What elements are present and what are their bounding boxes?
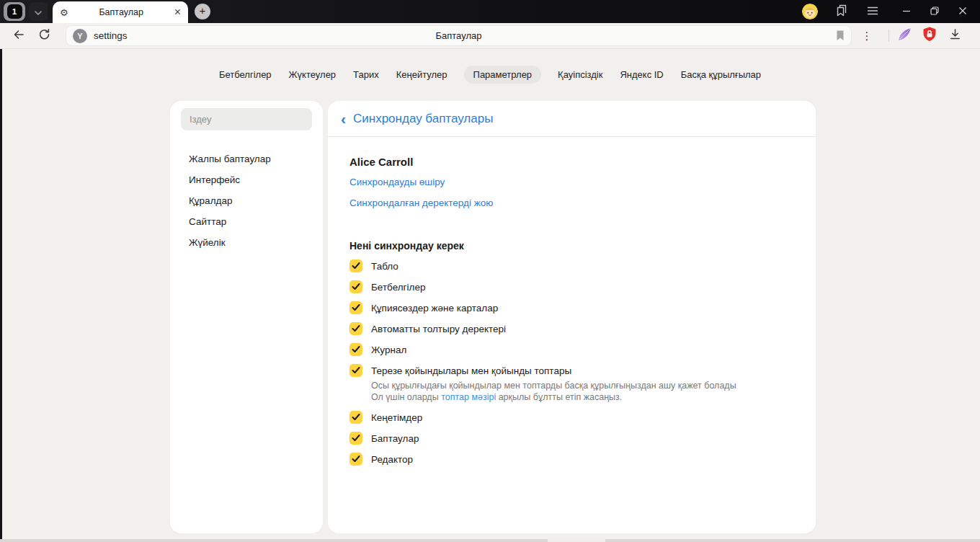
tab-list-chevron-button[interactable]: [29, 2, 48, 21]
checkbox-row-history: Журнал: [349, 343, 794, 356]
feather-icon: [896, 27, 912, 45]
tab-strip: 1 ⚙ Баптаулар × +: [0, 0, 980, 23]
checkbox-row-tableau: Табло: [349, 259, 794, 272]
checkbox-label[interactable]: Автоматты толтыру деректері: [371, 324, 506, 334]
checkmark-icon: [352, 411, 360, 424]
checkmark-icon: [352, 280, 360, 293]
checkbox-editor[interactable]: [349, 453, 362, 466]
nav-tab-other-devices[interactable]: Басқа құрылғылар: [680, 66, 762, 84]
checkbox-history[interactable]: [349, 343, 362, 356]
checkbox-settings[interactable]: [349, 432, 362, 445]
bookmark-icon: [836, 30, 845, 41]
checkbox-tableau[interactable]: [349, 259, 362, 272]
hamburger-icon: [867, 5, 878, 18]
checkbox-row-passwords: Құпиясөздер және карталар: [349, 301, 794, 314]
checkbox-label[interactable]: Журнал: [371, 345, 406, 355]
sync-settings-panel: ‹ Синхрондау баптаулары Alice Carroll Си…: [328, 101, 816, 533]
browser-tab-settings[interactable]: ⚙ Баптаулар ×: [53, 1, 188, 23]
delete-synced-data-link[interactable]: Синхрондалған деректерді жою: [349, 197, 794, 210]
checkbox-label[interactable]: Бетбелгілер: [371, 282, 425, 293]
menu-button[interactable]: [864, 3, 881, 20]
sidebar-item-sites[interactable]: Сайттар: [189, 211, 312, 232]
description-line2-prefix: Ол үшін оларды: [371, 392, 441, 402]
close-button[interactable]: [952, 1, 974, 22]
shield-lock-icon: [922, 27, 937, 45]
gear-icon: ⚙: [60, 7, 68, 18]
sync-settings-header-back[interactable]: ‹ Синхрондау баптаулары: [328, 101, 816, 137]
nav-tab-bookmarks[interactable]: Бетбелгілер: [218, 66, 272, 84]
restore-button[interactable]: [924, 1, 945, 22]
nav-tab-extensions[interactable]: Кеңейтулер: [396, 66, 448, 84]
horizontal-scrollbar-thumb[interactable]: [548, 539, 605, 542]
description-line1: Осы құрылғыдағы қойындылар мен топтарды …: [371, 381, 736, 391]
kebab-icon: ⋮: [860, 30, 874, 43]
checkbox-row-settings: Баптаулар: [349, 432, 794, 445]
sidebar-item-system[interactable]: Жүйелік: [189, 232, 312, 253]
bookmarks-icon: [834, 4, 848, 19]
checkbox-row-editor: Редактор: [349, 453, 794, 466]
tab-counter-button[interactable]: 1: [4, 2, 25, 21]
disable-sync-link[interactable]: Синхрондауды өшіру: [349, 176, 794, 189]
checkbox-bookmarks[interactable]: [349, 280, 362, 293]
tab-groups-description: Осы құрылғыдағы қойындылар мен топтарды …: [371, 380, 794, 403]
checkbox-row-extensions: Кеңетімдер: [349, 411, 794, 424]
checkmark-icon: [352, 364, 360, 377]
sidebar-item-general[interactable]: Жалпы баптаулар: [189, 148, 312, 169]
checkbox-label[interactable]: Табло: [371, 261, 398, 272]
checkbox-extensions[interactable]: [349, 411, 362, 424]
protect-extension-button[interactable]: [920, 27, 939, 45]
groups-menu-link[interactable]: топтар мәзірі: [441, 392, 496, 402]
sync-settings-title: Синхрондау баптаулары: [353, 112, 493, 126]
site-badge-icon[interactable]: Y: [73, 29, 87, 43]
checkbox-autofill[interactable]: [349, 322, 362, 335]
checkbox-label[interactable]: Құпиясөздер және карталар: [371, 303, 498, 314]
horizontal-scrollbar-track[interactable]: [0, 539, 980, 542]
tab-counter-badge: 1: [7, 4, 22, 19]
description-line2-suffix: арқылы бұлтты етіп жасаңыз.: [496, 392, 622, 402]
checkmark-icon: [352, 259, 360, 272]
yandex-pen-extension-button[interactable]: [895, 27, 914, 45]
nav-tab-downloads[interactable]: Жүктеулер: [288, 66, 337, 84]
checkbox-label[interactable]: Терезе қойындылары мен қойынды топтары: [371, 365, 571, 376]
minimize-icon: [902, 5, 911, 18]
bookmarks-panel-button[interactable]: [832, 3, 850, 20]
avatar-face-icon: [802, 4, 818, 19]
nav-tab-yandex-id[interactable]: Яндекс ID: [619, 66, 664, 84]
settings-nav: Бетбелгілер Жүктеулер Тарих Кеңейтулер П…: [0, 66, 980, 84]
back-chevron-icon: ‹: [341, 111, 346, 126]
minimize-button[interactable]: [896, 1, 917, 22]
reload-icon: [38, 28, 50, 43]
address-bar[interactable]: Y settings Баптаулар: [66, 26, 851, 45]
sidebar-item-tools[interactable]: Құралдар: [189, 190, 312, 211]
checkmark-icon: [352, 301, 360, 314]
checkbox-row-autofill: Автоматты толтыру деректері: [349, 322, 794, 335]
new-tab-button[interactable]: +: [195, 4, 210, 19]
toolbar-more-button[interactable]: ⋮: [858, 27, 876, 45]
checkmark-icon: [352, 453, 360, 466]
nav-tab-settings[interactable]: Параметрлер: [464, 66, 542, 84]
settings-sidebar: Жалпы баптаулар Интерфейс Құралдар Сайтт…: [170, 101, 323, 533]
checkmark-icon: [352, 322, 360, 335]
page-title: Баптаулар: [66, 30, 851, 41]
checkbox-label[interactable]: Кеңетімдер: [371, 412, 422, 423]
close-icon: [958, 5, 967, 18]
downloads-button[interactable]: [945, 27, 964, 45]
sync-what-heading: Нені синхрондау керек: [349, 240, 794, 252]
checkbox-label[interactable]: Редактор: [371, 454, 413, 465]
sidebar-list: Жалпы баптаулар Интерфейс Құралдар Сайтт…: [181, 148, 312, 253]
profile-avatar[interactable]: [802, 4, 818, 19]
nav-tab-security[interactable]: Қауіпсіздік: [557, 66, 603, 84]
checkbox-label[interactable]: Баптаулар: [371, 433, 419, 444]
checkbox-passwords[interactable]: [349, 301, 362, 314]
back-arrow-icon: [12, 29, 25, 43]
sidebar-item-interface[interactable]: Интерфейс: [189, 169, 312, 190]
tab-close-button[interactable]: ×: [174, 6, 181, 18]
url-text[interactable]: settings: [94, 30, 128, 41]
nav-tab-history[interactable]: Тарих: [352, 66, 380, 84]
search-input[interactable]: [181, 108, 312, 130]
checkbox-tab-groups[interactable]: [349, 364, 362, 377]
bookmark-page-button[interactable]: [836, 30, 845, 41]
download-icon: [949, 28, 961, 43]
reload-button[interactable]: [35, 27, 53, 45]
back-button[interactable]: [9, 27, 28, 45]
